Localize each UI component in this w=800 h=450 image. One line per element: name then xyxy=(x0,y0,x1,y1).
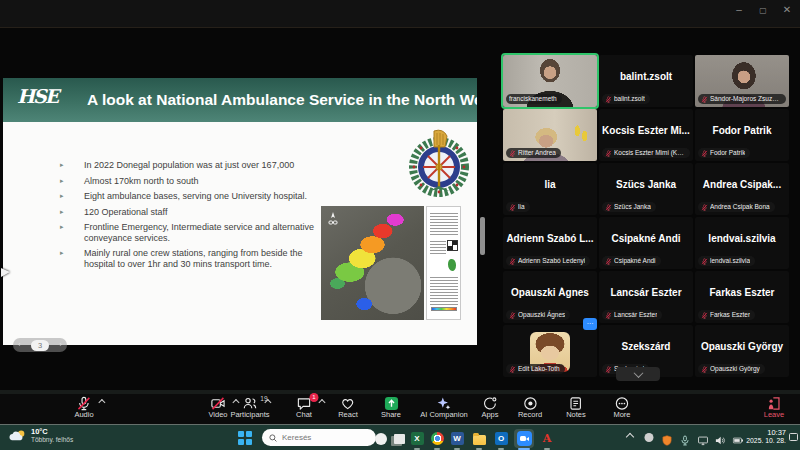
participant-tile[interactable]: Sándor-Majoros Zsuzsan... xyxy=(695,55,789,107)
close-button[interactable]: ✕ xyxy=(778,4,796,15)
weather-cloud-icon xyxy=(8,429,27,442)
tray-shield[interactable] xyxy=(662,432,673,450)
participants-button[interactable]: 19Participants xyxy=(230,396,269,419)
participant-tile[interactable]: Szücs JankaSzücs Janka xyxy=(599,163,693,215)
participant-label: lendvai.szilvia xyxy=(698,256,755,266)
participant-tile[interactable]: Lancsár EszterLancsár Eszter xyxy=(599,271,693,323)
apps-button[interactable]: Apps xyxy=(481,396,498,419)
chevron-up-icon[interactable] xyxy=(98,399,105,406)
ai-button[interactable]: AI Companion xyxy=(420,396,468,419)
compass-icon xyxy=(327,211,339,231)
taskbar-app-zoom[interactable] xyxy=(514,429,534,448)
bullet-marker-icon: ▸ xyxy=(60,176,84,187)
leave-button[interactable]: Leave xyxy=(764,396,784,419)
speaker-icon xyxy=(715,435,726,446)
search-icon xyxy=(268,433,278,443)
notes-button[interactable]: Notes xyxy=(566,396,586,419)
gallery-expand-button[interactable] xyxy=(616,367,660,381)
minimize-button[interactable]: – xyxy=(730,4,748,15)
participant-tile[interactable]: Csipakné AndiCsipakné Andi xyxy=(599,217,693,269)
participant-tile[interactable]: lendvai.szilvialendvai.szilvia xyxy=(695,217,789,269)
prev-slide-button[interactable]: ‹ xyxy=(18,338,21,352)
bullet-marker-icon: ▸ xyxy=(60,207,84,218)
file-explorer-icon xyxy=(473,435,486,445)
taskbar-app-explorer[interactable] xyxy=(469,429,489,448)
participant-tile[interactable]: franciskanemeth xyxy=(503,55,597,107)
slide-bullet: ▸In 2022 Donegal population was at just … xyxy=(60,160,328,171)
participant-tile[interactable]: balint.zsoltbalint.zsolt xyxy=(599,55,693,107)
taskbar-app-excel[interactable]: X xyxy=(407,429,427,448)
participant-tile[interactable]: Farkas EszterFarkas Eszter xyxy=(695,271,789,323)
react-button[interactable]: React xyxy=(338,396,358,419)
zoom-window-titlebar: – ▢ ✕ xyxy=(0,0,800,28)
donegal-relief-map-image xyxy=(321,206,424,320)
notification-icon[interactable] xyxy=(789,433,798,441)
participant-label: Opauszki György xyxy=(698,364,765,374)
microphone-icon xyxy=(680,435,691,446)
chat-button[interactable]: 1Chat xyxy=(296,396,313,419)
chevron-up-icon[interactable] xyxy=(318,399,325,406)
maximize-button[interactable]: ▢ xyxy=(754,6,772,15)
tray-display[interactable] xyxy=(698,432,709,450)
participant-tile[interactable]: Fodor PatrikFodor Patrik xyxy=(695,109,789,161)
slideshow-nav-toolbar[interactable]: ‹ 3 › xyxy=(13,338,67,352)
participant-label: franciskanemeth xyxy=(506,94,562,104)
share-button[interactable]: Share xyxy=(381,396,401,419)
taskbar-app-outlook[interactable]: O xyxy=(491,429,511,448)
participant-tile[interactable]: Andrea Csipak...Andrea Csipak Bona xyxy=(695,163,789,215)
start-button[interactable] xyxy=(238,431,252,445)
battery-icon xyxy=(733,435,744,446)
participant-tile[interactable]: Opauszki GyörgyOpauszki György xyxy=(695,325,789,377)
muted-mic-icon xyxy=(701,258,708,265)
taskbar-app-chrome[interactable] xyxy=(427,429,447,448)
audio-button[interactable]: Audio xyxy=(74,396,93,419)
video-button[interactable]: Video xyxy=(208,396,227,419)
scrollbar-thumb[interactable] xyxy=(480,217,485,255)
taskbar-search[interactable] xyxy=(262,429,376,446)
bullet-marker-icon: ▸ xyxy=(60,160,84,171)
search-input[interactable] xyxy=(282,433,362,442)
tray-battery[interactable] xyxy=(733,432,744,450)
copilot-icon xyxy=(375,433,387,445)
tray-mic[interactable] xyxy=(680,432,691,450)
participant-name: Farkas Eszter xyxy=(697,287,787,298)
taskbar-clock[interactable]: 10:37 2025. 10. 28. xyxy=(746,428,786,444)
weather-condition: Többny. felhős xyxy=(31,436,73,443)
bullet-marker-icon: ▸ xyxy=(60,191,84,202)
tray-chevron[interactable] xyxy=(627,432,633,440)
chevron-up-icon[interactable] xyxy=(264,399,271,406)
muted-mic-icon xyxy=(605,312,612,319)
taskbar-app-taskview[interactable] xyxy=(389,429,409,448)
next-slide-button[interactable]: › xyxy=(59,338,62,352)
chevron-up-icon xyxy=(626,433,634,441)
participant-tile[interactable]: lialia xyxy=(503,163,597,215)
participant-name: lendvai.szilvia xyxy=(697,233,787,244)
bullet-text: Mainly rural one crew stations, ranging … xyxy=(84,248,328,269)
tray-speaker[interactable] xyxy=(715,432,726,450)
legend-text-block xyxy=(430,277,458,305)
toolbar-button-label: Record xyxy=(518,410,542,419)
taskbar-app-acrobat[interactable]: A xyxy=(537,429,557,448)
record-button[interactable]: Record xyxy=(518,396,542,419)
taskbar-app-copilot[interactable] xyxy=(371,429,391,448)
participant-name: balint.zsolt xyxy=(601,71,691,82)
tray-circle[interactable] xyxy=(645,432,654,442)
taskbar-app-word[interactable]: W xyxy=(447,429,467,448)
slide-bullet: ▸Frontline Emergency, Intermediate servi… xyxy=(60,222,328,243)
participant-label: Fodor Patrik xyxy=(698,148,750,158)
muted-mic-icon xyxy=(605,366,612,373)
participant-label: Andrea Csipak Bona xyxy=(698,202,775,212)
tile-more-options-button[interactable]: ⋯ xyxy=(583,318,597,330)
bullet-marker-icon: ▸ xyxy=(60,222,84,243)
outlook-icon: O xyxy=(495,432,508,445)
participant-tile[interactable]: Kocsis Eszter Mi...Kocsis Eszter Mimi (K… xyxy=(599,109,693,161)
toolbar-button-label: Apps xyxy=(481,410,498,419)
weather-widget[interactable]: 10°C Többny. felhős xyxy=(8,427,73,443)
participant-tile[interactable]: Opauszki ÁgnesOpauszki Ágnes xyxy=(503,271,597,323)
participant-tile[interactable]: Edit Lako-Toth xyxy=(503,325,597,377)
muted-mic-icon xyxy=(509,204,516,211)
more-button[interactable]: More xyxy=(613,396,630,419)
participant-tile[interactable]: Adrienn Szabó L...Adrienn Szabó Ledenyi xyxy=(503,217,597,269)
toolbar-button-label: More xyxy=(613,410,630,419)
participant-tile[interactable]: Ritter Andrea xyxy=(503,109,597,161)
